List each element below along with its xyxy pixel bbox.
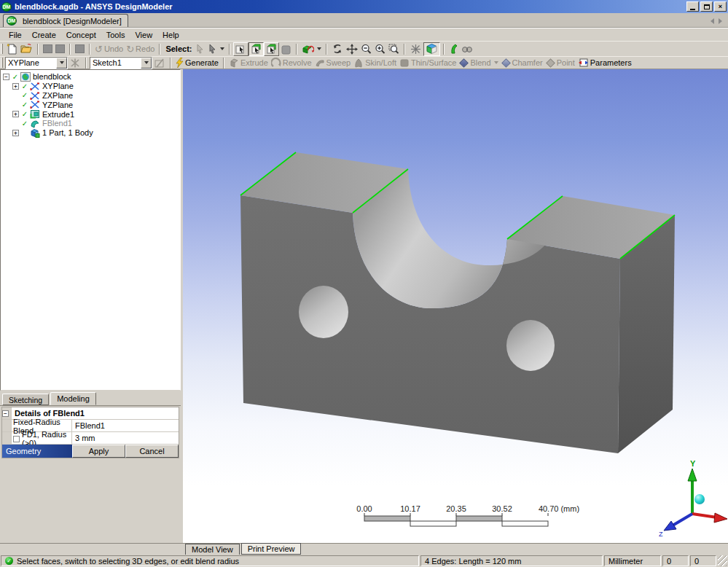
parameter-checkbox[interactable] (13, 436, 20, 442)
restore-button[interactable] (700, 1, 713, 12)
tab-scroll-right-icon[interactable] (719, 18, 722, 24)
parameters-icon (578, 58, 589, 68)
expand-icon[interactable]: + (12, 130, 19, 136)
chamfer-button: Chamfer (500, 56, 544, 70)
details-gutter (2, 432, 12, 444)
feature-toolbar: XYPlane Sketch1 Generate Extrude (0, 56, 728, 69)
triad-origin-ball[interactable] (694, 494, 705, 504)
cancel-button[interactable]: Cancel (125, 445, 179, 458)
disabled-save-button (42, 42, 54, 56)
zoom-in-icon (375, 44, 385, 55)
tree-item-blendblock[interactable]: − ✓ blendblock (1, 72, 180, 82)
tree-item-part-body[interactable]: + 1 Part, 1 Body (1, 128, 180, 138)
look-at-face-button[interactable] (408, 42, 423, 56)
active-sketch-value: Sketch1 (93, 58, 122, 67)
document-tab-icon: DM (7, 16, 17, 26)
collapse-icon[interactable]: − (2, 410, 9, 417)
details-row-value[interactable]: FBlend1 (72, 420, 179, 431)
details-gutter: − (2, 407, 12, 419)
tree-item-zxplane[interactable]: ✓ ZXPlane (1, 91, 180, 101)
tree-item-yzplane[interactable]: ✓ YZPlane (1, 100, 180, 109)
redo-label: Redo (136, 44, 154, 53)
menu-file[interactable]: File (4, 29, 28, 41)
viewer-options-button[interactable] (460, 42, 474, 56)
toolbar-grip[interactable] (1, 58, 3, 68)
triad-z-axis[interactable] (673, 514, 692, 525)
select-points-filter-icon (235, 44, 246, 55)
model-right-hole[interactable] (506, 320, 555, 371)
details-row-value[interactable]: 3 mm (72, 432, 179, 444)
model-3d-view: 0.00 10.17 20.35 30.52 40.70 (mm) (183, 69, 728, 543)
geometry-cell[interactable]: Geometry (2, 445, 72, 458)
rotate-button[interactable] (330, 42, 345, 56)
active-sketch-combo[interactable]: Sketch1 (90, 57, 152, 69)
tree-item-fblend1[interactable]: ✓ FBlend1 (1, 119, 180, 128)
disabled-export-icon (55, 44, 65, 53)
extend-selection-button[interactable] (300, 42, 323, 56)
select-bodies-filter-icon (281, 44, 291, 55)
part-body-icon (30, 128, 40, 138)
combo-button[interactable] (56, 58, 67, 69)
zoom-out-icon (361, 44, 372, 55)
tab-scroll-buttons (711, 18, 728, 27)
open-file-button[interactable] (19, 42, 34, 56)
select-points-filter-button[interactable] (233, 42, 248, 56)
zoom-in-button[interactable] (373, 42, 387, 56)
tab-sketching[interactable]: Sketching (2, 394, 49, 405)
generate-button[interactable]: Generate (174, 56, 220, 70)
model-left-hole[interactable] (299, 286, 348, 338)
select-edges-filter-button[interactable] (248, 42, 264, 56)
ruler-seg-3 (456, 516, 502, 521)
resize-grip[interactable] (718, 555, 727, 566)
expand-icon[interactable]: + (12, 83, 19, 90)
plane-icon (30, 82, 40, 91)
select-faces-filter-button[interactable] (264, 42, 279, 56)
select-edges-filter-icon (251, 44, 262, 55)
ruler-label-4: 40.70 (mm) (539, 504, 579, 513)
minimize-button[interactable] (686, 1, 699, 12)
details-row-radius[interactable]: FD1, Radius (>0) 3 mm (2, 432, 179, 445)
apply-button[interactable]: Apply (72, 445, 125, 458)
separator (326, 44, 327, 55)
revolve-icon (271, 58, 281, 68)
tab-modeling[interactable]: Modeling (50, 392, 96, 405)
zoom-out-button[interactable] (359, 42, 373, 56)
pan-button[interactable] (345, 42, 359, 56)
disabled-export-button (54, 42, 66, 56)
expand-icon[interactable]: + (12, 111, 19, 117)
menu-help[interactable]: Help (158, 29, 185, 41)
new-file-button[interactable] (5, 42, 19, 56)
tree-item-extrude1[interactable]: + ✓ Extrude1 (1, 109, 180, 119)
active-plane-combo[interactable]: XYPlane (5, 57, 68, 69)
collapse-icon[interactable]: − (3, 74, 9, 80)
minimize-icon (690, 9, 695, 10)
orientation-triad[interactable]: Y Z (659, 459, 727, 538)
triad-x-axis[interactable] (692, 514, 717, 517)
tab-scroll-left-icon[interactable] (711, 18, 714, 24)
blend-feature-icon (30, 119, 40, 128)
combo-button[interactable] (141, 58, 152, 69)
previous-view-button[interactable] (447, 42, 460, 56)
box-zoom-button[interactable] (387, 42, 401, 56)
graphics-viewport[interactable]: 0.00 10.17 20.35 30.52 40.70 (mm) (183, 69, 728, 543)
tab-print-preview[interactable]: Print Preview (241, 543, 302, 555)
project-icon (20, 72, 31, 82)
parameters-button[interactable]: Parameters (576, 56, 633, 70)
tab-model-view[interactable]: Model View (185, 544, 240, 555)
left-panel: − ✓ blendblock + ✓ XYPlane (0, 69, 181, 543)
select-mode-button[interactable] (206, 42, 226, 56)
separator (296, 44, 297, 55)
tree-item-xyplane[interactable]: + ✓ XYPlane (1, 82, 180, 91)
selection-info: 4 Edges: Length = 120 mm (425, 557, 521, 566)
close-button[interactable]: × (714, 1, 727, 12)
document-tab[interactable]: DM blendblock [DesignModeler] (3, 14, 128, 27)
iso-view-button[interactable] (423, 42, 440, 56)
menu-view[interactable]: View (130, 29, 158, 41)
blend-button[interactable]: Blend (458, 56, 499, 70)
menu-tools[interactable]: Tools (102, 29, 131, 41)
toolbar-grip[interactable] (1, 44, 3, 54)
details-table: − Details of FBlend1 Fixed-Radius Blend … (1, 407, 179, 458)
menu-concept[interactable]: Concept (62, 29, 102, 41)
extrude-button: Extrude (227, 56, 270, 70)
menu-create[interactable]: Create (28, 29, 62, 41)
